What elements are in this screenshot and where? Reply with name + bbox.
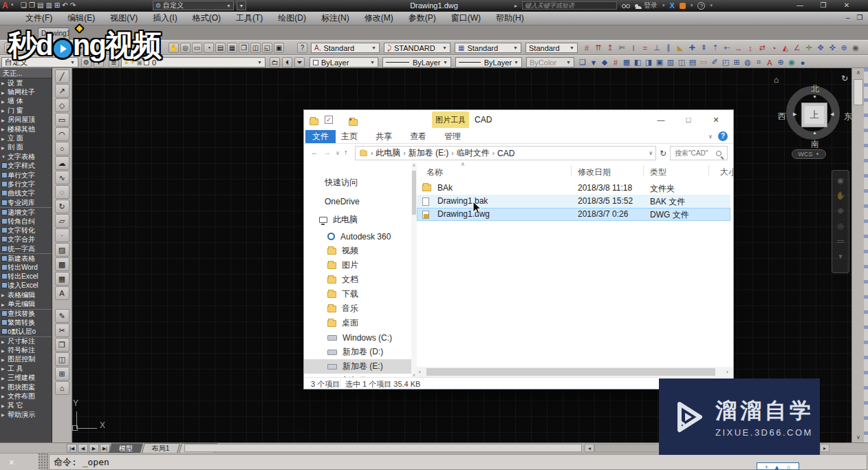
lineweight-combo[interactable]: ByLayer ▼: [455, 57, 522, 67]
nav-pane-item[interactable]: 文档: [304, 273, 411, 287]
close-button[interactable]: ✕: [835, 1, 858, 10]
toolbar-button[interactable]: ⊕: [776, 57, 785, 67]
viewcube-arrow-up-icon[interactable]: ▲: [812, 130, 817, 135]
nav-pane-item[interactable]: 此电脑: [304, 211, 411, 229]
nav-pane-scrollbar[interactable]: ∧ ∨: [411, 162, 417, 378]
plotstyle-combo[interactable]: ByColor ▼: [526, 57, 574, 67]
minimize-button[interactable]: —: [788, 1, 812, 10]
nav-scroll-up-icon[interactable]: ∧: [411, 162, 417, 167]
tarch-menu-item[interactable]: 专业词库: [0, 198, 52, 207]
canvas-vertical-scrollbar[interactable]: ∧ ∨: [851, 68, 864, 442]
dimension-tool-button[interactable]: #: [582, 43, 592, 53]
dimension-tool-button[interactable]: I: [629, 43, 638, 53]
orbit-icon[interactable]: ◎: [837, 222, 844, 231]
comm-caret-icon[interactable]: ▾: [691, 3, 693, 8]
forward-icon[interactable]: →: [323, 148, 331, 156]
dimension-tool-button[interactable]: ✜: [827, 43, 837, 53]
ribbon-tab[interactable]: 管理: [444, 131, 461, 142]
hscroll-left-icon[interactable]: ◂: [585, 444, 594, 452]
draw-tool-button[interactable]: ☁: [55, 156, 69, 170]
breadcrumb-segment[interactable]: 临时文件›: [457, 147, 495, 159]
nav-pane-item[interactable]: 下载: [304, 287, 411, 301]
signin-button[interactable]: 登录: [635, 1, 658, 10]
tarch-menu-item[interactable]: 新建表格: [0, 253, 52, 262]
dimension-tool-button[interactable]: ∥: [664, 43, 673, 53]
column-header-type[interactable]: 类型: [650, 167, 666, 178]
tarch-menu-item[interactable]: 图块图案: [0, 383, 52, 392]
steering-wheel-icon[interactable]: ◉: [837, 176, 844, 185]
modify-tool-button[interactable]: ⊞: [55, 367, 69, 381]
breadcrumb-segment[interactable]: 此电脑›: [376, 147, 405, 159]
toolbar-button[interactable]: ◫: [677, 57, 686, 67]
draw-tool-button[interactable]: ▨: [55, 243, 69, 257]
menu-item[interactable]: 绘图(D): [270, 12, 314, 24]
tarch-menu-item[interactable]: 统一字高: [0, 244, 52, 253]
command-input[interactable]: 命令: _open: [49, 454, 867, 470]
tarch-menu-item[interactable]: 文字转化: [0, 226, 52, 235]
doc-restore-button[interactable]: ❐: [857, 14, 863, 21]
viewcube-south-label[interactable]: 南: [775, 138, 855, 150]
ribbon-tab[interactable]: 主页: [341, 131, 358, 142]
viewcube-north-label[interactable]: 北: [775, 83, 855, 95]
tarch-menu-item[interactable]: 转出Word: [0, 263, 52, 272]
modify-tool-button[interactable]: ✂: [55, 323, 69, 337]
hscroll-right-icon[interactable]: ▸: [820, 444, 829, 452]
nav-pane-item[interactable]: 快速访问: [304, 173, 411, 192]
ribbon-tab[interactable]: 共享: [376, 131, 392, 142]
nav-pane-item[interactable]: 新加卷 (E:): [304, 359, 411, 374]
showmotion-icon[interactable]: ▭: [837, 237, 844, 246]
tarch-menu-item[interactable]: 文字样式: [0, 162, 52, 171]
tarch-menu-item[interactable]: 符号标注: [0, 345, 52, 354]
layer-isolate-button[interactable]: ⏷: [294, 57, 305, 67]
breadcrumb[interactable]: › 此电脑›新加卷 (E:)›临时文件›CAD› ∨: [355, 146, 656, 160]
explorer-close-button[interactable]: ✕: [703, 110, 729, 129]
doc-minimize-button[interactable]: –: [846, 14, 850, 21]
address-dropdown-icon[interactable]: ∨: [649, 150, 653, 156]
breadcrumb-segment[interactable]: 新加卷 (E:)›: [409, 147, 454, 159]
dimension-tool-button[interactable]: ↥: [605, 43, 615, 53]
menu-item[interactable]: 工具(T): [228, 12, 270, 24]
table-style-combo[interactable]: ▦ Standard ▼: [455, 43, 521, 53]
dimension-tool-button[interactable]: ⇄: [757, 43, 767, 53]
text-style-combo[interactable]: A, Standard ▼: [311, 43, 380, 53]
dimension-tool-button[interactable]: ◔: [769, 43, 779, 53]
toolbar-button[interactable]: ▦: [227, 43, 237, 53]
tarch-menu-item[interactable]: 读入Excel: [0, 281, 52, 290]
hscroll-right-icon[interactable]: ›: [726, 369, 728, 375]
nav-pane-item[interactable]: 新加卷 (D:): [304, 345, 411, 359]
draw-tool-button[interactable]: ◇: [55, 98, 69, 112]
toolbar-button[interactable]: ◧: [633, 57, 642, 67]
tarch-menu-item[interactable]: 剖 面: [0, 143, 52, 152]
viewcube-top-face[interactable]: 上: [801, 103, 827, 127]
tarch-menu-item[interactable]: 查找替换: [0, 309, 52, 318]
toolbar-button[interactable]: ⊞: [732, 57, 741, 67]
file-list-hscrollbar[interactable]: ‹ ›: [417, 367, 733, 377]
tarch-menu-item[interactable]: 设 置: [0, 78, 52, 87]
dimension-tool-button[interactable]: ◉: [851, 43, 860, 53]
next-tab-button[interactable]: ▶: [89, 444, 99, 453]
scrollbar-thumb[interactable]: [854, 79, 863, 105]
command-close-icon[interactable]: ✕: [8, 458, 14, 467]
explorer-search-input[interactable]: [673, 149, 716, 158]
menu-item[interactable]: 编辑(E): [60, 12, 102, 24]
modify-tool-button[interactable]: ✎: [55, 309, 69, 323]
menu-item[interactable]: 修改(M): [357, 12, 401, 24]
dimension-tool-button[interactable]: ◭: [781, 43, 790, 53]
picture-tools-tab[interactable]: 图片工具: [432, 111, 469, 128]
nav-pane-item[interactable]: OneDrive: [304, 192, 411, 211]
toolbar-button[interactable]: ▭: [192, 43, 202, 53]
toolbar-button[interactable]: ✋: [169, 43, 179, 53]
toolbar-button[interactable]: ◔: [204, 43, 214, 53]
modify-tool-button[interactable]: ◫: [55, 352, 69, 366]
dimension-tool-button[interactable]: ✄: [617, 43, 627, 53]
file-row[interactable]: Drawing1.bak 2018/3/5 15:52 BAK 文件: [417, 195, 730, 208]
toolbar-button[interactable]: ◰: [721, 57, 730, 67]
color-combo[interactable]: ByLayer ▼: [310, 57, 378, 67]
menu-item[interactable]: 参数(P): [401, 12, 444, 24]
scroll-down-icon[interactable]: ∨: [852, 433, 865, 442]
layout-tab[interactable]: 模型: [109, 443, 143, 453]
menu-item[interactable]: 插入(I): [145, 12, 184, 24]
toolbar-button[interactable]: ▥: [666, 57, 675, 67]
sort-ascending-icon[interactable]: ∧: [461, 162, 465, 167]
toolbar-button[interactable]: ◨: [644, 57, 653, 67]
